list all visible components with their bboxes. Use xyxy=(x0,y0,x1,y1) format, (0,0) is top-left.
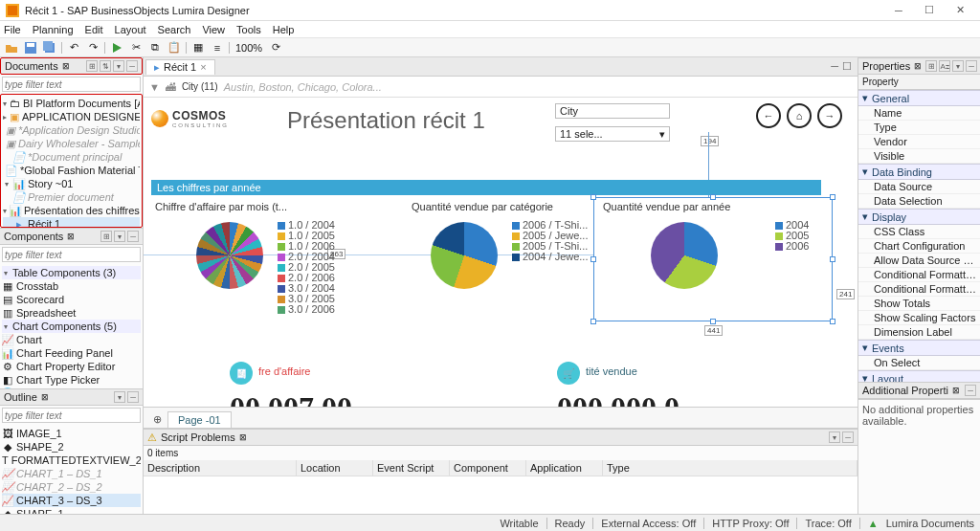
panel-min-icon[interactable]: ─ xyxy=(126,60,138,72)
tree-item[interactable]: *Application Design Studio xyxy=(18,124,140,136)
prop-row[interactable]: CSS Class xyxy=(858,225,980,239)
prop-row[interactable]: Chart Configuration xyxy=(858,239,980,254)
prop-category[interactable]: ▾Layout xyxy=(858,370,980,382)
additional-panel-header[interactable]: Additional Properti ⊠ ─ xyxy=(858,382,980,399)
components-panel-header[interactable]: Components ⊠ ⊞ ▾ ─ xyxy=(0,228,143,245)
component-item[interactable]: Chart xyxy=(16,334,42,345)
component-item[interactable]: Chart Feeding Panel xyxy=(16,347,113,359)
tree-item[interactable]: Dairy Wholesaler - Sample xyxy=(18,138,140,149)
selection-dropdown[interactable]: 11 sele... ▾ xyxy=(555,126,670,142)
toolbar-cut-icon[interactable]: ✂ xyxy=(128,40,144,55)
component-item[interactable]: Crosstab xyxy=(16,280,58,292)
menu-help[interactable]: Help xyxy=(273,24,295,35)
menu-view[interactable]: View xyxy=(202,24,225,35)
panel-min-icon[interactable]: ─ xyxy=(966,60,977,72)
filter-icon[interactable]: ▼ xyxy=(149,81,160,93)
col-application[interactable]: Application xyxy=(526,460,603,476)
status-docs[interactable]: Lumira Documents xyxy=(886,518,974,529)
prop-row[interactable]: Show Totals xyxy=(858,297,980,311)
toolbar-zoom100-icon[interactable]: 100% xyxy=(234,40,264,55)
col-description[interactable]: Description xyxy=(144,460,297,476)
component-item[interactable]: Scorecard xyxy=(16,294,64,305)
selection-rect[interactable] xyxy=(593,197,833,321)
properties-list[interactable]: ▾GeneralNameTypeVendorVisible▾Data Bindi… xyxy=(858,90,980,382)
prop-row[interactable]: Conditional Formatting Visible xyxy=(858,268,980,282)
tree-item[interactable]: APPLICATION DESIGNER xyxy=(22,111,140,122)
editor-minimize-icon[interactable]: ─ xyxy=(831,60,838,73)
tree-item-selected[interactable]: Récit 1 xyxy=(28,218,60,228)
panel-min-icon[interactable]: ─ xyxy=(842,431,854,443)
prop-row[interactable]: Data Selection xyxy=(858,194,980,209)
tree-item[interactable]: *Global Fashion Material Trend Analysis xyxy=(20,165,140,176)
toolbar-save-icon[interactable] xyxy=(23,40,38,55)
panel-min-icon[interactable]: ─ xyxy=(127,391,139,403)
outline-item[interactable]: FORMATTEDTEXTVIEW_2 xyxy=(11,454,141,466)
nav-forward-icon[interactable]: → xyxy=(817,103,842,128)
prop-row[interactable]: Vendor xyxy=(858,135,980,149)
documents-panel-header[interactable]: Documents ⊠ ⊞ ⇅ ▾ ─ xyxy=(0,57,143,75)
toolbar-refresh-icon[interactable]: ⟳ xyxy=(268,40,283,55)
menu-tools[interactable]: Tools xyxy=(236,24,261,35)
menu-layout[interactable]: Layout xyxy=(115,24,146,35)
col-component[interactable]: Component xyxy=(450,460,526,476)
panel-menu-icon[interactable]: ▾ xyxy=(114,391,125,403)
panel-menu-icon[interactable]: ▾ xyxy=(952,60,964,72)
toolbar-open-icon[interactable] xyxy=(4,40,19,55)
toolbar-paste-icon[interactable]: 📋 xyxy=(167,40,182,55)
properties-panel-header[interactable]: Properties ⊠ ⊞Aᴢ▾─ xyxy=(858,57,980,75)
prop-row[interactable]: Visible xyxy=(858,149,980,164)
group-label[interactable]: Table Components (3) xyxy=(12,267,116,278)
toolbar-saveall-icon[interactable] xyxy=(42,40,57,55)
window-maximize[interactable]: ☐ xyxy=(915,2,944,19)
components-filter-input[interactable] xyxy=(2,247,141,262)
col-type[interactable]: Type xyxy=(603,460,858,476)
prop-category[interactable]: ▾General xyxy=(858,90,980,106)
city-dropdown[interactable]: City xyxy=(555,103,670,119)
components-tree[interactable]: ▾Table Components (3) ▦Crosstab ▤Scoreca… xyxy=(0,264,143,388)
menu-edit[interactable]: Edit xyxy=(85,24,103,35)
prop-row[interactable]: Allow Data Source Modification xyxy=(858,254,980,268)
status-docs-icon[interactable]: ▲ xyxy=(868,518,879,529)
prop-row[interactable]: On Select xyxy=(858,356,980,370)
outline-tree[interactable]: 🖼IMAGE_1 ◆SHAPE_2 TFORMATTEDTEXTVIEW_2 📈… xyxy=(0,425,143,514)
add-page-button[interactable]: ⊕ xyxy=(147,411,167,428)
group-label[interactable]: Chart Components (5) xyxy=(12,321,117,332)
editor-tab[interactable]: ▸ Récit 1 × xyxy=(145,59,215,75)
col-location[interactable]: Location xyxy=(297,460,373,476)
nav-back-icon[interactable]: ← xyxy=(756,103,781,128)
window-close[interactable]: ✕ xyxy=(946,2,974,19)
panel-collapse-icon[interactable]: ⊞ xyxy=(100,231,112,242)
prop-category[interactable]: ▾Display xyxy=(858,209,980,225)
tree-item[interactable]: Premier document xyxy=(28,191,114,203)
prop-row[interactable]: Dimension Label xyxy=(858,325,980,340)
toolbar-redo-icon[interactable]: ↷ xyxy=(85,40,100,55)
toolbar-undo-icon[interactable]: ↶ xyxy=(66,40,81,55)
outline-item[interactable]: IMAGE_1 xyxy=(16,428,62,439)
outline-item[interactable]: CHART_1 – DS_1 xyxy=(16,468,102,479)
chart2-pie[interactable] xyxy=(431,222,498,289)
prop-row[interactable]: Name xyxy=(858,106,980,121)
panel-menu-icon[interactable]: ▾ xyxy=(114,231,125,242)
panel-sync-icon[interactable]: ⇅ xyxy=(100,60,111,72)
outline-item[interactable]: SHAPE_1 xyxy=(16,508,64,514)
menu-search[interactable]: Search xyxy=(158,24,191,35)
col-eventscript[interactable]: Event Script xyxy=(373,460,450,476)
component-item[interactable]: Chart Type Picker xyxy=(16,374,100,386)
tree-item[interactable]: *Document principal xyxy=(28,151,122,163)
outline-item[interactable]: CHART_2 – DS_2 xyxy=(16,481,102,493)
panel-min-icon[interactable]: ─ xyxy=(127,231,139,242)
toolbar-run-icon[interactable] xyxy=(109,40,124,55)
outline-item-selected[interactable]: CHART_3 – DS_3 xyxy=(16,495,102,506)
prop-row[interactable]: Data Source xyxy=(858,180,980,194)
prop-row[interactable]: Show Scaling Factors xyxy=(858,311,980,325)
panel-az-icon[interactable]: Aᴢ xyxy=(939,60,950,72)
prop-row[interactable]: Type xyxy=(858,121,980,135)
canvas[interactable]: COSMOS CONSULTING Présentation récit 1 C… xyxy=(144,98,858,407)
menu-file[interactable]: File xyxy=(4,24,21,35)
nav-home-icon[interactable]: ⌂ xyxy=(787,103,812,128)
panel-menu-icon[interactable]: ▾ xyxy=(829,431,840,443)
component-item[interactable]: Chart Property Editor xyxy=(16,361,115,372)
prop-category[interactable]: ▾Events xyxy=(858,340,980,356)
editor-maximize-icon[interactable]: ☐ xyxy=(842,60,852,73)
tree-item[interactable]: Story ~01 xyxy=(28,178,73,189)
